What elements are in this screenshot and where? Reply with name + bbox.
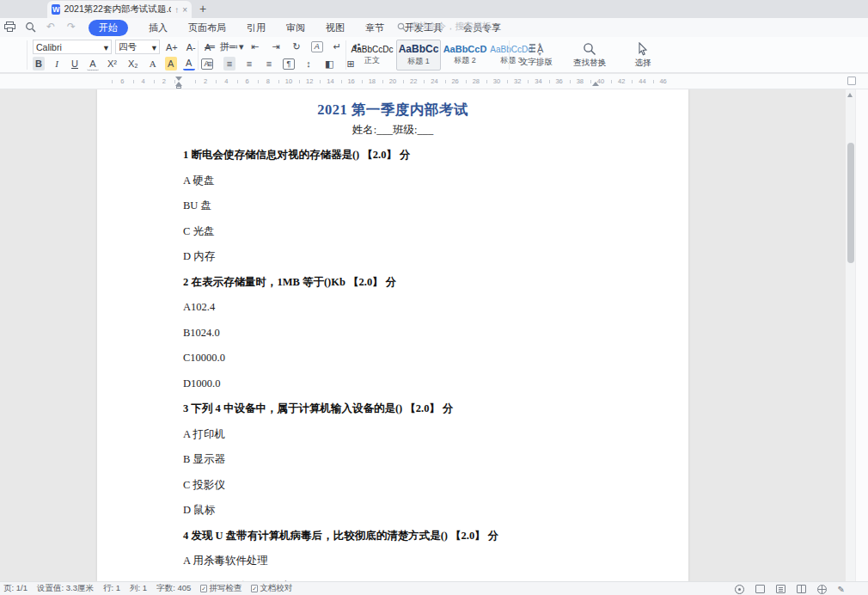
line-spacing-icon[interactable]: ↕: [303, 57, 315, 71]
char-border-button[interactable]: A: [87, 57, 99, 71]
word-count[interactable]: 字数: 405: [156, 583, 191, 594]
option: B1024.0: [183, 328, 637, 339]
font-name-combo[interactable]: Calibri ▾: [33, 40, 112, 54]
spellcheck-toggle[interactable]: ✓ 拼写检查: [200, 583, 241, 594]
ruler-tick: [611, 80, 612, 83]
ruler-number: 2: [204, 77, 207, 85]
right-panel-strip: [855, 89, 868, 581]
ruler-number: 36: [555, 77, 562, 85]
bold-button[interactable]: B: [33, 57, 45, 71]
shading-icon[interactable]: ◧: [322, 57, 336, 71]
tab-insert[interactable]: 插入: [149, 21, 168, 34]
font-size-combo[interactable]: 四号 ▾: [115, 40, 160, 54]
print-icon[interactable]: [3, 21, 15, 33]
text-direction-icon[interactable]: ↻: [290, 40, 303, 53]
new-tab-button[interactable]: +: [199, 2, 206, 15]
style-heading1[interactable]: AaBbCc 标题 1: [396, 40, 441, 71]
soft-wrap-icon[interactable]: ↵: [331, 40, 344, 53]
paragraph-layout-icon[interactable]: ¶: [283, 58, 295, 70]
ruler-number: 28: [473, 77, 480, 85]
tab-home[interactable]: 开始: [89, 20, 128, 36]
find-replace-button[interactable]: 查找替换: [567, 39, 612, 71]
page-view-icon[interactable]: [755, 585, 765, 593]
page-indicator[interactable]: 页: 1/1: [3, 583, 28, 594]
select-button[interactable]: 选择: [620, 39, 665, 71]
outline-view-icon[interactable]: [776, 585, 785, 593]
style-label: 正文: [364, 55, 380, 66]
subscript-button[interactable]: X₂: [125, 57, 141, 71]
question-1: 1 断电会使存储信息对视的存储器是() 【2.0】 分: [183, 150, 637, 161]
superscript-button[interactable]: X²: [105, 57, 119, 71]
ruler-toggle-icon[interactable]: [847, 77, 856, 85]
annotate-icon[interactable]: ✎: [838, 585, 845, 594]
search-icon: [397, 22, 406, 32]
ruler-number: 32: [514, 77, 521, 85]
proofread-toggle[interactable]: ✓ 文档校对: [251, 583, 292, 594]
justify-icon[interactable]: ≡: [263, 57, 275, 71]
typeset-label: 文字排版: [520, 57, 553, 68]
italic-button[interactable]: I: [51, 57, 63, 71]
document-page[interactable]: 2021 第一季度内部考试 姓名:___班级:___ 1 断电会使存储信息对视的…: [97, 89, 688, 581]
ruler-tick: [507, 80, 508, 83]
ruler-tick: [299, 80, 300, 83]
ruler-tick: [258, 80, 259, 83]
tab-pin-icon[interactable]: ↑: [174, 5, 179, 15]
text-typeset-button[interactable]: A 文字排版: [514, 39, 559, 71]
view-controls: ✎: [735, 582, 861, 595]
tab-section[interactable]: 章节: [365, 21, 384, 34]
highlight-color-button[interactable]: A: [165, 57, 177, 71]
undo-icon[interactable]: ↶: [45, 21, 57, 33]
align-left-icon[interactable]: ≡: [204, 57, 216, 71]
proofread-icon: ✓: [251, 585, 258, 592]
align-right-icon[interactable]: ≡: [243, 57, 255, 71]
align-center-icon[interactable]: ≡: [223, 57, 235, 71]
numbering-icon[interactable]: ≕: [226, 40, 241, 53]
chevron-down-icon: ▾: [152, 42, 156, 52]
ruler-number: 26: [451, 77, 458, 85]
document-tab[interactable]: W 2021第22套内部考试试题.docx ↑ ×: [47, 1, 192, 18]
spellcheck-icon: ✓: [200, 585, 207, 592]
vertical-scrollbar[interactable]: [846, 89, 855, 581]
char-scale-icon[interactable]: A: [311, 41, 323, 52]
grow-font-button[interactable]: A+: [163, 40, 180, 54]
ruler-tick: [632, 80, 633, 83]
ruler-tick: [112, 80, 113, 83]
style-heading2[interactable]: AaBbCcD 标题 2: [443, 40, 487, 71]
multi-page-view-icon[interactable]: [797, 585, 806, 593]
command-search[interactable]: 查找命令，搜索模板: [397, 21, 492, 33]
ruler-number: 4: [224, 77, 228, 85]
ruler-tick: [486, 80, 487, 83]
ruler-tick: [445, 80, 446, 83]
scroll-up-icon[interactable]: [847, 93, 853, 97]
shrink-font-button[interactable]: A-: [184, 40, 199, 54]
ruler-tick: [653, 80, 654, 83]
ruler-number: 16: [347, 77, 354, 85]
ruler-number: 24: [431, 77, 437, 85]
tab-references[interactable]: 引用: [247, 21, 266, 34]
style-normal[interactable]: AaBbCcDc 正文: [350, 40, 394, 71]
first-line-indent-marker[interactable]: [175, 77, 182, 81]
web-view-icon[interactable]: [817, 585, 827, 594]
tab-page-layout[interactable]: 页面布局: [188, 21, 226, 34]
left-indent-marker[interactable]: [176, 86, 181, 89]
tab-close-icon[interactable]: ×: [182, 5, 187, 15]
ruler-number: 14: [327, 77, 333, 85]
text-effects-button[interactable]: A: [147, 57, 159, 71]
print-preview-icon[interactable]: [24, 21, 36, 33]
bullets-icon[interactable]: ≔: [204, 40, 218, 53]
decrease-indent-icon[interactable]: ⇤: [248, 40, 261, 53]
eye-protection-icon[interactable]: [735, 585, 744, 594]
menu-row: ↶ ↷ ▾ 开始 插入 页面布局 引用 审阅 视图 章节 开发工具 会员专享 查…: [0, 18, 868, 37]
scrollbar-thumb[interactable]: [847, 143, 854, 263]
redo-icon[interactable]: ↷: [65, 21, 77, 33]
spellcheck-label: 拼写检查: [209, 583, 241, 594]
document-title: 2021 第一季度内部考试: [149, 101, 637, 120]
underline-button[interactable]: U: [69, 57, 81, 71]
tab-view[interactable]: 视图: [326, 21, 345, 34]
ruler-number: 30: [493, 77, 500, 85]
increase-indent-icon[interactable]: ⇥: [269, 40, 282, 53]
font-color-button[interactable]: A: [183, 57, 195, 71]
right-indent-marker[interactable]: [592, 82, 599, 86]
question-2: 2 在表示存储量时，1MB 等于()Kb 【2.0】 分: [183, 277, 637, 288]
tab-review[interactable]: 审阅: [286, 21, 305, 34]
